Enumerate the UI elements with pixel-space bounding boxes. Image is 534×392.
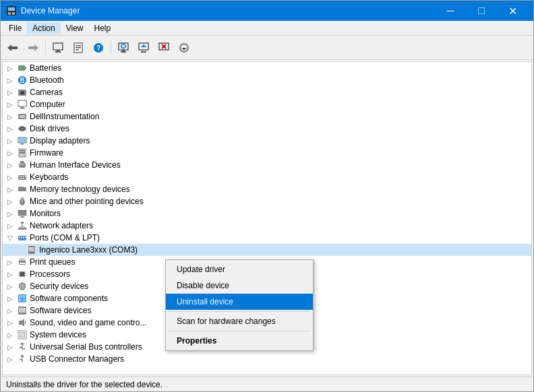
list-item[interactable]: ▷ Monitors [3,207,531,220]
svg-rect-5 [11,46,18,49]
hid-label: Human Interface Devices [30,160,121,170]
close-button[interactable]: ✕ [497,1,528,21]
network-label: Network adapters [30,221,93,230]
list-item[interactable]: ▷ Network adapters [3,220,531,232]
computer-icon [17,99,28,110]
expand-toggle[interactable]: ▷ [5,306,15,315]
scan-changes-tb-button[interactable] [114,38,133,57]
expand-toggle[interactable]: ▷ [5,160,15,170]
expand-toggle[interactable]: ▷ [5,185,15,194]
expand-toggle[interactable]: ▷ [5,294,15,303]
svg-rect-9 [55,51,61,53]
list-item[interactable]: ▷ Mice and other pointing devices [3,195,531,207]
expand-toggle[interactable]: ▷ [5,257,15,267]
disk-label: Disk drives [30,124,69,133]
expand-toggle[interactable]: ▷ [5,269,15,279]
list-item[interactable]: ▷ Cameras [3,86,531,98]
svg-rect-50 [20,152,25,154]
usb-icon [17,341,28,352]
remove-tb-button[interactable] [154,38,173,57]
back-button[interactable] [3,38,22,57]
help-tb-button[interactable]: ? [89,38,108,57]
svg-marker-28 [181,48,187,51]
maximize-button[interactable]: □ [466,1,497,21]
expand-toggle[interactable]: ▷ [5,197,15,206]
menu-view[interactable]: View [61,22,89,34]
expand-toggle[interactable]: ▷ [5,354,15,364]
list-item[interactable]: ▷ USB Connector Managers [3,353,531,365]
memory-icon [17,184,28,195]
expand-toggle[interactable]: ▷ [5,124,15,133]
svg-rect-116 [20,359,22,360]
list-item[interactable]: ▷ DellInstrumentation [3,110,531,123]
list-item[interactable]: ▷ Human Interface Devices [3,159,531,171]
svg-rect-46 [19,138,26,142]
svg-rect-100 [19,299,22,302]
disk-icon [17,123,28,134]
expand-toggle[interactable]: ▷ [5,112,15,121]
menu-help[interactable]: Help [89,22,117,34]
ctx-properties[interactable]: Properties [166,333,313,349]
expand-toggle[interactable]: ▷ [5,282,15,291]
list-item[interactable]: ▷ Batteries [3,62,531,74]
menu-action[interactable]: Action [27,22,60,34]
ingenico-label: Ingenico Lane3xxx (COM3) [39,245,138,255]
expand-toggle[interactable] [15,245,24,255]
svg-rect-14 [76,49,79,51]
expand-toggle[interactable]: ▷ [5,221,15,230]
expand-toggle[interactable]: ▷ [5,342,15,352]
ctx-scan-hardware[interactable]: Scan for hardware changes [166,313,313,329]
expand-toggle[interactable]: ▷ [5,88,15,97]
svg-rect-57 [21,176,22,177]
status-bar: Uninstalls the driver for the selected d… [1,377,533,391]
expand-toggle[interactable]: ▷ [5,75,15,85]
menu-file[interactable]: File [3,22,27,34]
svg-rect-53 [22,164,24,165]
ctx-separator-1 [169,311,310,312]
update-driver-tb-button[interactable] [134,38,153,57]
firmware-label: Firmware [30,148,63,158]
expand-toggle[interactable]: ▽ [5,233,15,242]
window-title: Device Manager [21,6,435,15]
expand-toggle[interactable]: ▷ [5,100,15,109]
svg-rect-62 [19,187,20,188]
list-item[interactable]: ▽ Ports (COM & LPT) [3,232,531,244]
expand-toggle[interactable]: ▷ [5,136,15,145]
list-item[interactable]: Ingenico Lane3xxx (COM3) [3,244,531,256]
svg-rect-107 [20,333,24,337]
properties-tb-button[interactable] [69,38,88,57]
svg-rect-47 [21,143,24,145]
ctx-uninstall-device[interactable]: Uninstall device [166,294,313,310]
svg-rect-114 [21,355,24,357]
list-item[interactable]: ▷ Display adapters [3,135,531,147]
list-item[interactable]: ▷ Firmware [3,147,531,159]
svg-rect-74 [18,228,21,230]
firmware-icon [17,148,28,158]
list-item[interactable]: ▷ B Bluetooth [3,74,531,86]
svg-rect-65 [23,187,24,188]
list-item[interactable]: ▷ Keyboards [3,171,531,183]
svg-rect-30 [25,67,26,69]
expand-toggle[interactable]: ▷ [5,148,15,158]
system-icon [17,329,28,340]
list-item[interactable]: ▷ Disk drives [3,123,531,135]
list-item[interactable]: ▷ Computer [3,98,531,110]
svg-rect-39 [20,108,25,109]
expand-toggle[interactable]: ▷ [5,330,15,339]
forward-button[interactable] [24,38,42,57]
ctx-disable-device[interactable]: Disable device [166,277,313,294]
svg-rect-37 [18,100,26,106]
minimize-button[interactable]: ─ [435,1,466,21]
svg-rect-90 [20,263,25,264]
svg-rect-41 [20,115,25,118]
ctx-update-driver[interactable]: Update driver [166,261,313,277]
sound-label: Sound, video and game contro... [30,318,146,327]
list-item[interactable]: ▷ Memory technology devices [3,183,531,195]
expand-toggle[interactable]: ▷ [5,172,15,182]
expand-toggle[interactable]: ▷ [5,318,15,327]
device-manager-tb-button[interactable] [49,38,67,57]
expand-toggle[interactable]: ▷ [5,63,15,73]
expand-toggle[interactable]: ▷ [5,209,15,218]
svg-rect-98 [19,295,22,298]
rollback-tb-button[interactable] [175,38,194,57]
